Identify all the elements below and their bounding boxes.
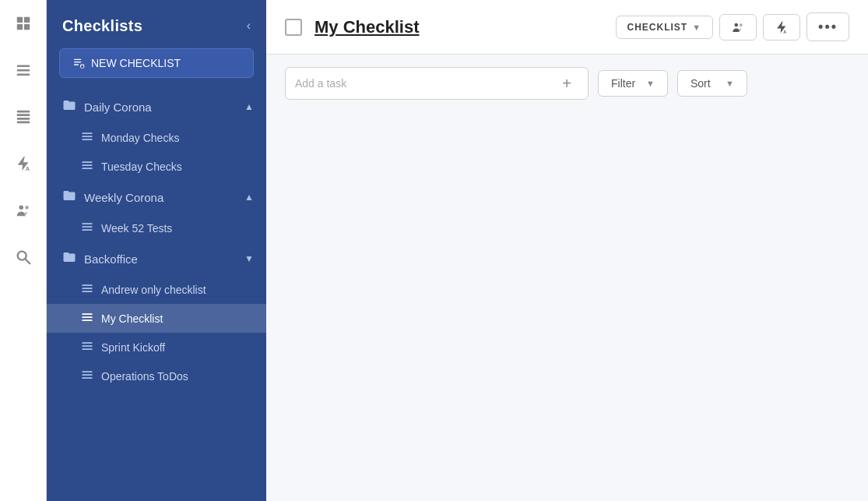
svg-rect-36: [82, 319, 92, 321]
svg-rect-24: [82, 139, 92, 140]
svg-rect-1: [23, 17, 29, 23]
monday-checks-label: Monday Checks: [101, 132, 179, 144]
svg-rect-10: [16, 122, 30, 124]
chevron-up-icon: ▲: [244, 101, 254, 112]
list-icon-my-checklist: [81, 311, 93, 326]
sidebar: Checklists ‹ NEW CHECKLIST Daily Corona …: [47, 0, 266, 501]
main-header: My Checklist CHECKLIST ▼ A •••: [266, 0, 868, 55]
svg-rect-21: [81, 66, 83, 68]
main-content: My Checklist CHECKLIST ▼ A ••• + Filter …: [266, 0, 868, 501]
folder-backoffice[interactable]: Backoffice ▼: [47, 242, 266, 275]
checklist-item-sprint-kickoff[interactable]: Sprint Kickoff: [47, 333, 266, 362]
svg-rect-8: [16, 114, 30, 116]
grid-icon[interactable]: [9, 9, 37, 37]
sidebar-collapse-button[interactable]: ‹: [244, 16, 254, 36]
checklist-item-monday-checks[interactable]: Monday Checks: [47, 123, 266, 152]
list-icon-week52: [81, 221, 93, 235]
svg-rect-31: [82, 284, 92, 286]
svg-rect-5: [16, 69, 30, 71]
sidebar-title: Checklists: [62, 17, 142, 35]
svg-rect-9: [16, 118, 30, 120]
svg-rect-41: [82, 374, 92, 376]
my-checklist-label: My Checklist: [101, 312, 163, 325]
checklist-type-chevron: ▼: [692, 23, 701, 32]
svg-rect-40: [82, 371, 92, 372]
andrew-checklist-label: Andrew only checklist: [101, 284, 206, 296]
automation-button[interactable]: A: [763, 14, 800, 41]
svg-rect-3: [23, 24, 29, 30]
svg-rect-32: [82, 288, 92, 289]
users-icon[interactable]: [9, 196, 37, 224]
svg-rect-16: [74, 59, 81, 60]
svg-text:A: A: [783, 29, 786, 34]
search-icon[interactable]: [9, 243, 37, 271]
svg-point-44: [740, 23, 743, 26]
checklist-item-operations[interactable]: Operations ToDos: [47, 362, 266, 390]
sprint-kickoff-label: Sprint Kickoff: [101, 341, 165, 354]
svg-rect-17: [74, 62, 81, 62]
svg-rect-33: [82, 291, 92, 292]
chevron-down-icon-backoffice: ▼: [244, 253, 254, 264]
list-icon-sprint: [81, 340, 93, 355]
svg-rect-29: [82, 226, 92, 228]
folder-daily-corona-label: Daily Corona: [84, 101, 237, 114]
svg-rect-35: [82, 316, 92, 318]
checklist-checkbox[interactable]: [285, 19, 302, 36]
table-icon[interactable]: [9, 103, 37, 131]
svg-rect-39: [82, 348, 92, 350]
svg-point-13: [25, 206, 29, 210]
content-area: [266, 112, 868, 501]
svg-rect-6: [16, 74, 30, 76]
filter-label: Filter: [611, 77, 635, 90]
svg-point-12: [19, 206, 23, 210]
svg-rect-25: [82, 161, 92, 163]
toolbar: + Filter ▼ Sort ▼: [266, 55, 868, 112]
folder-weekly-corona[interactable]: Weekly Corona ▲: [47, 181, 266, 213]
add-task-input[interactable]: [295, 77, 549, 90]
svg-rect-18: [74, 64, 79, 65]
svg-rect-34: [82, 313, 92, 315]
checklist-item-week52[interactable]: Week 52 Tests: [47, 213, 266, 242]
svg-rect-27: [82, 168, 92, 169]
folder-daily-corona[interactable]: Daily Corona ▲: [47, 90, 266, 123]
svg-rect-0: [16, 17, 22, 23]
sort-label: Sort: [691, 77, 711, 90]
checklist-type-button[interactable]: CHECKLIST ▼: [616, 16, 714, 39]
operations-todos-label: Operations ToDos: [101, 370, 188, 383]
filter-chevron-icon: ▼: [646, 79, 655, 88]
week52-label: Week 52 Tests: [101, 222, 172, 235]
add-task-plus-button[interactable]: +: [555, 72, 578, 95]
sidebar-header: Checklists ‹: [47, 0, 266, 48]
bolt-a-icon[interactable]: A: [9, 150, 37, 178]
checklist-item-andrew[interactable]: Andrew only checklist: [47, 275, 266, 304]
new-checklist-button[interactable]: NEW CHECKLIST: [59, 48, 254, 78]
svg-line-15: [25, 259, 30, 264]
folder-backoffice-label: Backoffice: [84, 252, 237, 266]
icon-rail: A: [0, 0, 47, 501]
svg-rect-2: [16, 24, 22, 30]
svg-text:A: A: [25, 165, 30, 172]
sort-button[interactable]: Sort ▼: [677, 70, 747, 97]
list-icon-operations: [81, 369, 93, 383]
folder-weekly-corona-label: Weekly Corona: [84, 191, 237, 204]
svg-rect-22: [82, 132, 92, 134]
list-icon-andrew: [81, 282, 93, 297]
more-options-button[interactable]: •••: [807, 12, 849, 41]
add-task-input-wrapper[interactable]: +: [285, 67, 589, 100]
checklist-item-tuesday-checks[interactable]: Tuesday Checks: [47, 152, 266, 181]
checklist-item-my-checklist[interactable]: My Checklist: [47, 304, 266, 333]
folder-icon-weekly: [62, 189, 76, 206]
sidebar-navigation: Daily Corona ▲ Monday Checks Tuesday Che…: [47, 90, 266, 501]
assignees-button[interactable]: [719, 14, 757, 41]
svg-rect-30: [82, 229, 92, 231]
filter-button[interactable]: Filter ▼: [598, 70, 668, 97]
folder-icon: [62, 98, 76, 115]
new-checklist-label: NEW CHECKLIST: [91, 57, 181, 69]
svg-rect-4: [16, 65, 30, 67]
list-icon-monday: [81, 130, 93, 145]
header-actions: CHECKLIST ▼ A •••: [616, 12, 849, 41]
svg-rect-7: [16, 111, 30, 113]
list-icon[interactable]: [9, 56, 37, 84]
sort-chevron-icon: ▼: [726, 79, 734, 88]
checklist-type-label: CHECKLIST: [627, 22, 688, 33]
